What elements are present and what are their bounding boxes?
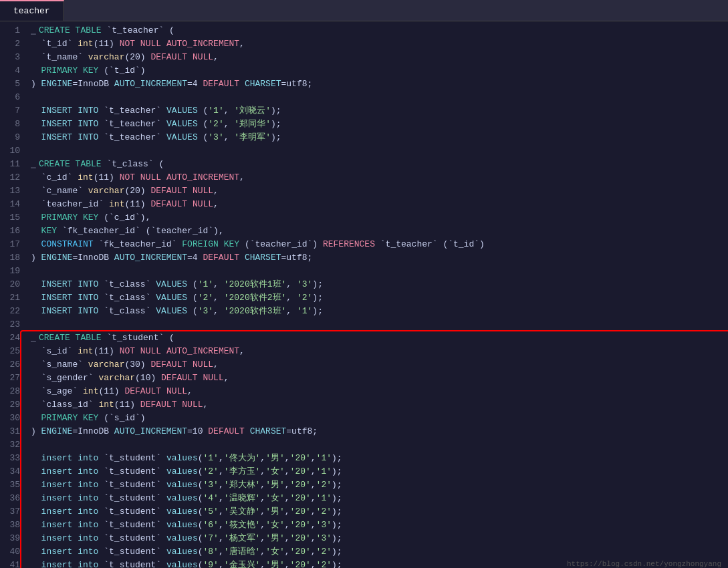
code-editor: teacher 12345678910111213141516171819202… bbox=[0, 0, 728, 568]
line-number: 37 bbox=[0, 505, 25, 519]
line-number: 21 bbox=[0, 291, 25, 305]
line-number: 17 bbox=[0, 238, 25, 251]
code-line: `c_id` int(11) NOT NULL AUTO_INCREMENT, bbox=[31, 171, 728, 184]
code-line: `class_id` int(11) DEFAULT NULL, bbox=[31, 398, 728, 412]
line-number: 23 bbox=[0, 318, 25, 331]
code-line bbox=[31, 144, 728, 158]
code-line: PRIMARY KEY (`s_id`) bbox=[31, 412, 728, 425]
code-area: 1234567891011121314151617181920212223242… bbox=[0, 21, 728, 568]
code-line: insert into `t_student` values('3','郑大林'… bbox=[31, 478, 728, 492]
code-line bbox=[31, 265, 728, 278]
code-line: ⎯CREATE TABLE `t_teacher` ( bbox=[31, 24, 728, 37]
line-number: 25 bbox=[0, 345, 25, 358]
line-number: 7 bbox=[0, 104, 25, 118]
code-line: `s_id` int(11) NOT NULL AUTO_INCREMENT, bbox=[31, 345, 728, 358]
line-number: 34 bbox=[0, 465, 25, 478]
watermark: https://blog.csdn.net/yongzhongyang bbox=[567, 560, 721, 568]
code-line bbox=[31, 318, 728, 331]
line-number: 10 bbox=[0, 144, 25, 158]
line-number: 3 bbox=[0, 51, 25, 64]
code-line: ⎯CREATE TABLE `t_class` ( bbox=[31, 158, 728, 171]
line-number: 35 bbox=[0, 478, 25, 492]
line-number: 9 bbox=[0, 131, 25, 144]
line-number: 32 bbox=[0, 438, 25, 452]
code-line: INSERT INTO `t_teacher` VALUES ('2', '郑同… bbox=[31, 118, 728, 131]
active-tab[interactable]: teacher bbox=[0, 0, 64, 21]
line-number: 4 bbox=[0, 64, 25, 78]
code-line: ) ENGINE=InnoDB AUTO_INCREMENT=4 DEFAULT… bbox=[31, 78, 728, 91]
tab-label: teacher bbox=[13, 6, 50, 16]
code-line bbox=[31, 91, 728, 104]
line-number: 5 bbox=[0, 78, 25, 91]
code-line: `s_gender` varchar(10) DEFAULT NULL, bbox=[31, 372, 728, 385]
line-number: 40 bbox=[0, 545, 25, 559]
code-line: INSERT INTO `t_class` VALUES ('1', '2020… bbox=[31, 278, 728, 291]
line-number: 31 bbox=[0, 425, 25, 438]
line-number: 26 bbox=[0, 358, 25, 372]
line-number: 14 bbox=[0, 198, 25, 211]
code-line: ) ENGINE=InnoDB AUTO_INCREMENT=4 DEFAULT… bbox=[31, 251, 728, 265]
code-line: insert into `t_student` values('4','温晓辉'… bbox=[31, 492, 728, 505]
line-number: 13 bbox=[0, 184, 25, 198]
code-lines: ⎯CREATE TABLE `t_teacher` ( `t_id` int(1… bbox=[25, 21, 728, 568]
code-line: insert into `t_student` values('1','佟大为'… bbox=[31, 452, 728, 465]
line-number: 15 bbox=[0, 211, 25, 225]
code-line: `c_name` varchar(20) DEFAULT NULL, bbox=[31, 184, 728, 198]
line-number: 8 bbox=[0, 118, 25, 131]
tab-bar: teacher bbox=[0, 0, 728, 21]
line-number: 28 bbox=[0, 385, 25, 398]
code-line: INSERT INTO `t_teacher` VALUES ('3', '李明… bbox=[31, 131, 728, 144]
line-number: 24 bbox=[0, 331, 25, 345]
code-line: PRIMARY KEY (`c_id`), bbox=[31, 211, 728, 225]
code-line: `s_age` int(11) DEFAULT NULL, bbox=[31, 385, 728, 398]
line-number: 20 bbox=[0, 278, 25, 291]
line-number: 16 bbox=[0, 225, 25, 238]
code-line: INSERT INTO `t_teacher` VALUES ('1', '刘晓… bbox=[31, 104, 728, 118]
line-number: 2 bbox=[0, 37, 25, 51]
code-line: insert into `t_student` values('8','唐语晗'… bbox=[31, 545, 728, 559]
line-number: 12 bbox=[0, 171, 25, 184]
code-line: `s_name` varchar(30) DEFAULT NULL, bbox=[31, 358, 728, 372]
line-number: 1 bbox=[0, 24, 25, 37]
code-line: insert into `t_student` values('2','李方玉'… bbox=[31, 465, 728, 478]
line-number: 29 bbox=[0, 398, 25, 412]
line-number: 18 bbox=[0, 251, 25, 265]
code-line: `teacher_id` int(11) DEFAULT NULL, bbox=[31, 198, 728, 211]
line-number: 11 bbox=[0, 158, 25, 171]
code-line: CONSTRAINT `fk_teacher_id` FOREIGN KEY (… bbox=[31, 238, 728, 251]
line-numbers: 1234567891011121314151617181920212223242… bbox=[0, 21, 25, 568]
line-number: 36 bbox=[0, 492, 25, 505]
line-number: 41 bbox=[0, 559, 25, 568]
code-line bbox=[31, 438, 728, 452]
code-line: ⎯CREATE TABLE `t_student` ( bbox=[31, 331, 728, 345]
code-line: INSERT INTO `t_class` VALUES ('2', '2020… bbox=[31, 291, 728, 305]
code-line: `t_name` varchar(20) DEFAULT NULL, bbox=[31, 51, 728, 64]
code-line: `t_id` int(11) NOT NULL AUTO_INCREMENT, bbox=[31, 37, 728, 51]
line-number: 30 bbox=[0, 412, 25, 425]
code-line: INSERT INTO `t_class` VALUES ('3', '2020… bbox=[31, 305, 728, 318]
code-line: PRIMARY KEY (`t_id`) bbox=[31, 64, 728, 78]
line-number: 39 bbox=[0, 532, 25, 545]
code-line: insert into `t_student` values('6','筱文艳'… bbox=[31, 519, 728, 532]
code-line: insert into `t_student` values('5','吴文静'… bbox=[31, 505, 728, 519]
line-number: 22 bbox=[0, 305, 25, 318]
code-line: insert into `t_student` values('7','杨文军'… bbox=[31, 532, 728, 545]
code-line: ) ENGINE=InnoDB AUTO_INCREMENT=10 DEFAUL… bbox=[31, 425, 728, 438]
line-number: 33 bbox=[0, 452, 25, 465]
line-number: 19 bbox=[0, 265, 25, 278]
code-line: KEY `fk_teacher_id` (`teacher_id`), bbox=[31, 225, 728, 238]
line-number: 6 bbox=[0, 91, 25, 104]
line-number: 38 bbox=[0, 519, 25, 532]
line-number: 27 bbox=[0, 372, 25, 385]
